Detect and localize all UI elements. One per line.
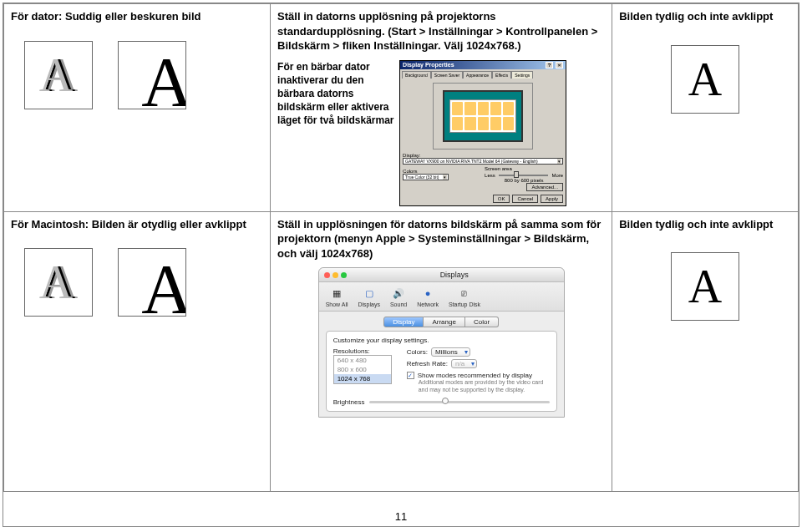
page-number: 11 bbox=[3, 510, 799, 523]
win-ok-button[interactable]: OK bbox=[493, 195, 510, 203]
mac-zoom-icon[interactable] bbox=[341, 272, 347, 278]
mac-res-640[interactable]: 640 x 480 bbox=[334, 356, 391, 365]
mac-showmodes-note: Additional modes are provided by the vid… bbox=[419, 379, 550, 393]
glyph-blurry-A: A bbox=[42, 48, 75, 102]
win-display-combo[interactable]: GATEWAY VX900 on NVIDIA RIVA TNT2 Model … bbox=[403, 158, 563, 165]
win-titlebar: Display Properties ? × bbox=[400, 61, 566, 69]
cell-mac-problem: För Macintosh: Bilden är otydlig eller a… bbox=[4, 211, 271, 491]
win-tabs: Background Screen Saver Appearance Effec… bbox=[400, 69, 566, 79]
mac-tool-network[interactable]: ●Network bbox=[417, 286, 439, 307]
win-folder-grid bbox=[449, 99, 516, 133]
heading-mac-problem: För Macintosh: Bilden är otydlig eller a… bbox=[11, 217, 263, 232]
win-tab-effects[interactable]: Effects bbox=[492, 71, 511, 79]
mac-brightness-label: Brightness bbox=[333, 398, 365, 406]
mac-tool-startup[interactable]: ⎚Startup Disk bbox=[449, 286, 480, 307]
sample-blurry-mac: A bbox=[24, 248, 93, 317]
cell-pc-problem: För dator: Suddig eller beskuren bild A … bbox=[4, 4, 271, 212]
mac-titlebar: Displays bbox=[319, 268, 564, 282]
sample-clear-pc: A bbox=[671, 45, 739, 114]
mac-tool-showall[interactable]: ▦Show All bbox=[326, 286, 348, 307]
heading-pc-problem: För dator: Suddig eller beskuren bild bbox=[11, 9, 263, 24]
mac-tool-sound[interactable]: 🔊Sound bbox=[390, 286, 407, 307]
glyph-clipped-A-mac: A bbox=[141, 260, 186, 317]
page: För dator: Suddig eller beskuren bild A … bbox=[3, 3, 799, 527]
heading-pc-solution: Ställ in datorns upplösning på projektor… bbox=[277, 9, 605, 53]
mac-res-1024[interactable]: 1024 x 768 bbox=[334, 374, 391, 383]
win-tab-settings[interactable]: Settings bbox=[511, 71, 533, 79]
win-close-icon[interactable]: × bbox=[556, 62, 563, 68]
glyph-clean-A-mac: A bbox=[688, 260, 722, 313]
mac-tool-displays-label: Displays bbox=[358, 301, 380, 307]
windows-display-properties-dialog: Display Properties ? × Background Screen… bbox=[399, 60, 566, 206]
mac-showmodes-checkbox[interactable]: ✓ bbox=[407, 372, 414, 379]
win-title-text: Display Properties bbox=[403, 62, 454, 68]
mac-tool-displays[interactable]: ▢Displays bbox=[358, 286, 380, 307]
mac-tool-network-label: Network bbox=[417, 301, 439, 307]
heading-pc-result: Bilden tydlig och inte avklippt bbox=[619, 9, 791, 24]
mac-resolution-list[interactable]: 640 x 480 800 x 600 1024 x 768 bbox=[333, 355, 392, 384]
startup-disk-icon: ⎚ bbox=[456, 286, 473, 301]
mac-showmodes-label: Show modes recommended by display bbox=[418, 372, 532, 379]
win-help-icon[interactable]: ? bbox=[546, 62, 553, 68]
win-area-less: Less bbox=[485, 173, 495, 178]
win-monitor-preview bbox=[433, 83, 533, 149]
win-tab-background[interactable]: Background bbox=[402, 71, 431, 79]
heading-mac-result: Bilden tydlig och inte avklippt bbox=[619, 217, 791, 232]
sound-icon: 🔊 bbox=[390, 286, 407, 301]
mac-refresh-combo[interactable]: n/a bbox=[451, 359, 477, 368]
mac-res-800[interactable]: 800 x 600 bbox=[334, 365, 391, 374]
cell-pc-solution: Ställ in datorns upplösning på projektor… bbox=[271, 4, 612, 212]
win-apply-button[interactable]: Apply bbox=[541, 195, 563, 203]
mac-seg-arrange[interactable]: Arrange bbox=[424, 317, 464, 327]
win-area-slider[interactable] bbox=[499, 175, 549, 176]
glyph-blurry-A-mac: A bbox=[42, 256, 75, 309]
mac-seg-display[interactable]: Display bbox=[383, 317, 424, 327]
mac-colors-label: Colors: bbox=[407, 348, 428, 356]
glyph-clean-A: A bbox=[688, 53, 722, 106]
display-icon: ▢ bbox=[361, 286, 378, 301]
win-title-buttons: ? × bbox=[545, 62, 563, 68]
network-icon: ● bbox=[419, 286, 436, 301]
mac-refresh-label: Refresh Rate: bbox=[407, 360, 448, 367]
win-tab-appearance[interactable]: Appearance bbox=[463, 71, 492, 79]
cell-mac-result: Bilden tydlig och inte avklippt A bbox=[612, 211, 799, 491]
mac-displays-window: Displays ▦Show All ▢Displays 🔊Sound ●Net… bbox=[318, 267, 565, 418]
glyph-clipped-A: A bbox=[141, 53, 186, 109]
grid-icon: ▦ bbox=[328, 286, 345, 301]
heading-mac-solution: Ställ in upplösningen för datorns bildsk… bbox=[277, 217, 605, 261]
cell-pc-result: Bilden tydlig och inte avklippt A bbox=[612, 4, 799, 212]
instruction-grid: För dator: Suddig eller beskuren bild A … bbox=[3, 3, 799, 492]
cell-mac-solution: Ställ in upplösningen för datorns bildsk… bbox=[271, 211, 612, 491]
win-area-more: More bbox=[551, 173, 563, 178]
mac-res-label: Resolutions: bbox=[333, 347, 392, 355]
mac-brightness-slider[interactable] bbox=[369, 401, 549, 403]
win-advanced-button[interactable]: Advanced... bbox=[526, 183, 563, 191]
mac-tool-startup-label: Startup Disk bbox=[449, 301, 480, 307]
win-colors-combo[interactable]: True Color (32 bit) bbox=[403, 174, 448, 180]
win-area-label: Screen area bbox=[485, 166, 563, 171]
subtext-laptop-note: För en bärbar dator inaktiverar du den b… bbox=[277, 60, 394, 128]
mac-toolbar: ▦Show All ▢Displays 🔊Sound ●Network ⎚Sta… bbox=[319, 282, 564, 312]
win-tab-screensaver[interactable]: Screen Saver bbox=[431, 71, 463, 79]
win-cancel-button[interactable]: Cancel bbox=[512, 195, 538, 203]
mac-desc: Customize your display settings. bbox=[333, 337, 550, 344]
sample-clear-mac: A bbox=[671, 252, 739, 321]
mac-title-text: Displays bbox=[350, 271, 559, 279]
mac-tool-sound-label: Sound bbox=[390, 301, 407, 307]
mac-seg-color[interactable]: Color bbox=[465, 317, 499, 327]
win-area-value: 800 by 600 pixels bbox=[485, 178, 563, 183]
sample-clipped: A bbox=[118, 41, 186, 109]
sample-clipped-mac: A bbox=[118, 248, 186, 317]
mac-tool-showall-label: Show All bbox=[326, 301, 348, 307]
mac-colors-combo[interactable]: Millions bbox=[431, 347, 470, 357]
mac-minimize-icon[interactable] bbox=[332, 272, 338, 278]
mac-close-icon[interactable] bbox=[324, 272, 330, 278]
sample-blurry: A bbox=[24, 41, 93, 109]
